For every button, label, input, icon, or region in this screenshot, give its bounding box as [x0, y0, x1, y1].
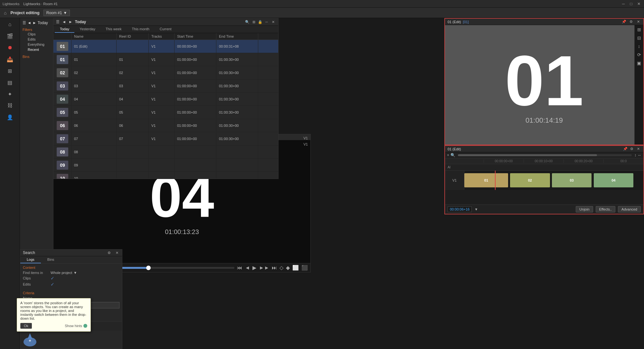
sidebar-link-icon[interactable]: ⛓: [4, 100, 16, 111]
td-end: 01:00:30+00: [216, 119, 258, 132]
timeline-clip-04[interactable]: 04: [594, 173, 634, 187]
sidebar-film-icon[interactable]: 🎬: [4, 31, 16, 41]
minimize-btn[interactable]: ─: [621, 2, 626, 6]
tab-today[interactable]: Today: [55, 26, 74, 33]
table-row[interactable]: 10 10: [53, 172, 278, 179]
unjoin-button[interactable]: Unjoin: [576, 206, 593, 212]
td-name: 05: [71, 106, 117, 119]
td-start: 01:00:00+00: [175, 132, 216, 145]
table-row[interactable]: 02 02 02 V1 01:00:00+00 01:00:30+00: [53, 66, 278, 80]
search-tab-bins[interactable]: Bins: [41, 256, 61, 263]
table-row[interactable]: 07 07 07 V1 01:00:00+00 01:00:30+00: [53, 132, 278, 146]
tab-this-week[interactable]: This week: [100, 26, 127, 33]
strip-btn-3[interactable]: ↕: [636, 43, 642, 50]
timeline-clip-01[interactable]: 01: [464, 173, 508, 187]
table-row[interactable]: 09 09: [53, 159, 278, 172]
strip-btn-5[interactable]: ▣: [636, 60, 642, 66]
tl-zoom-out-icon[interactable]: 🔍: [450, 153, 455, 157]
sidebar-record-icon[interactable]: ⏺: [4, 42, 16, 53]
timeline-clip-03[interactable]: 03: [552, 173, 592, 187]
lock-icon[interactable]: 🔒: [258, 20, 263, 24]
today-menu-icon[interactable]: ☰: [56, 20, 60, 24]
td-name: 04: [71, 93, 117, 106]
search-tab-logs[interactable]: Logs: [20, 256, 41, 263]
search-settings-icon[interactable]: ⚙: [107, 251, 112, 255]
player-04-mark-in[interactable]: ◇: [279, 265, 283, 271]
tl-zoom-slider[interactable]: [458, 154, 632, 156]
search-title: Search: [23, 250, 35, 255]
player-04-next-frame[interactable]: ►►: [259, 265, 269, 271]
tab-yesterday[interactable]: Yesterday: [74, 26, 100, 33]
sidebar-import-icon[interactable]: 📥: [4, 54, 16, 64]
timeline-settings-icon[interactable]: ⚙: [629, 147, 634, 151]
preview-pin-icon[interactable]: 📌: [621, 20, 627, 24]
search-icon[interactable]: 🔍: [245, 20, 250, 24]
room-selector[interactable]: Room #1 ▼: [43, 10, 70, 16]
sidebar-star-icon[interactable]: ✦: [4, 89, 16, 99]
sidebar-home-icon[interactable]: ⌂: [4, 19, 16, 30]
search-close-icon[interactable]: ✕: [114, 251, 119, 255]
search-find-value[interactable]: Whole project ▼: [51, 271, 77, 275]
timeline-pin-icon[interactable]: 📌: [623, 147, 628, 151]
player-04-mark-out[interactable]: ◆: [286, 265, 290, 271]
show-hints[interactable]: Show hints: [65, 324, 87, 328]
player-04-play[interactable]: ▶: [252, 265, 256, 271]
tab-current[interactable]: Current: [155, 26, 177, 33]
search-edits-check[interactable]: ✓: [51, 282, 54, 287]
table-row[interactable]: 04 04 04 V1 01:00:00+00 01:00:30+00: [53, 93, 278, 106]
panel-close-icon[interactable]: ✕: [270, 20, 276, 24]
player-04-prev-frame[interactable]: ◄: [245, 265, 250, 271]
player-04-rewind-start[interactable]: ⏮: [237, 265, 242, 271]
td-tracks: [149, 146, 175, 158]
close-btn[interactable]: ✕: [636, 2, 641, 6]
td-reel-id: 02: [117, 66, 149, 79]
tl-expand-icon[interactable]: ↕: [634, 153, 636, 157]
table-row[interactable]: 03 03 03 V1 01:00:00+00 01:00:30+00: [53, 80, 278, 93]
strip-btn-2[interactable]: ⊟: [636, 35, 642, 41]
timeline-tc-display[interactable]: 00:00:06+16: [448, 206, 472, 212]
bins-forward-icon[interactable]: ►: [33, 21, 36, 25]
today-forward-icon[interactable]: ►: [69, 20, 72, 24]
td-thumb: 08: [53, 146, 71, 158]
table-row[interactable]: 06 06 06 V1 01:00:00+00 01:00:30+00: [53, 119, 278, 132]
tab-this-month[interactable]: This month: [127, 26, 154, 33]
timeline-ruler: 00:00:00+00 00:00:10+00 00:00:20+00 00:0: [445, 158, 643, 164]
sidebar-user-icon[interactable]: 👤: [4, 112, 16, 122]
timeline-clip-02[interactable]: 02: [510, 173, 550, 187]
track-v1-content[interactable]: 01020304: [464, 171, 643, 190]
table-row[interactable]: 05 05 05 V1 01:00:00+00 01:00:30+00: [53, 106, 278, 119]
today-back-icon[interactable]: ◄: [62, 20, 66, 24]
bins-back-icon[interactable]: ◄: [27, 21, 31, 25]
panel-minimize-icon[interactable]: ─: [264, 20, 269, 24]
sidebar-table-icon[interactable]: ▤: [4, 77, 16, 88]
preview-close-icon[interactable]: ✕: [636, 20, 641, 24]
tl-add-track-icon[interactable]: +: [447, 153, 449, 157]
player-04-forward-end[interactable]: ⏭: [272, 265, 277, 271]
view-icon[interactable]: ⊞: [251, 20, 256, 24]
tl-contract-icon[interactable]: ↔: [638, 153, 641, 157]
tooltip-ok-button[interactable]: Ok: [20, 323, 32, 329]
advanced-button[interactable]: Advanced: [618, 206, 641, 212]
sidebar-grid-icon[interactable]: ⊞: [4, 66, 16, 76]
td-name: 10: [71, 172, 117, 179]
td-tracks: V1: [149, 132, 175, 145]
td-name: 03: [71, 80, 117, 92]
home-icon[interactable]: ⌂: [4, 10, 6, 15]
player-04-btn2[interactable]: ⬛: [301, 265, 308, 271]
td-tracks: V1: [149, 106, 175, 119]
bins-menu-icon[interactable]: ☰: [23, 21, 26, 25]
track-playhead: [495, 171, 496, 190]
player-04-progress-thumb: [146, 266, 151, 270]
search-content-section: Content Find items in Whole project ▼ Cl…: [20, 264, 122, 290]
timeline-close-icon[interactable]: ✕: [636, 147, 641, 151]
effects-button[interactable]: Effects..: [596, 206, 616, 212]
player-04-btn1[interactable]: ⬜: [292, 265, 299, 271]
preview-settings-icon[interactable]: ⚙: [629, 20, 634, 24]
search-clips-check[interactable]: ✓: [51, 276, 54, 281]
strip-btn-4[interactable]: ⟳: [636, 52, 642, 58]
table-row[interactable]: 01 01 01 V1 01:00:00+00 01:00:30+00: [53, 53, 278, 66]
table-row[interactable]: 08 08: [53, 146, 278, 159]
table-row[interactable]: 01 01 (Edit) V1 00:00:00+00 00:00:31+08: [53, 40, 278, 53]
strip-btn-1[interactable]: ⊞: [636, 26, 642, 33]
maximize-btn[interactable]: □: [629, 2, 634, 6]
